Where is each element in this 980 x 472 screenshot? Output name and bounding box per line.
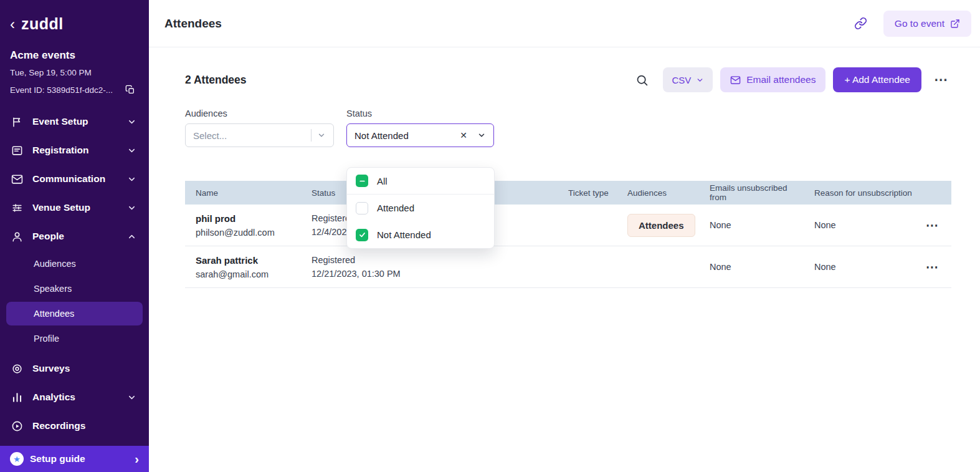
checkbox-checked-icon[interactable] [356, 229, 368, 241]
col-ticket-type: Ticket type [558, 188, 617, 198]
audiences-select[interactable]: Select... [185, 123, 334, 147]
chevron-up-icon [127, 232, 136, 241]
col-emails-unsubscribed: Emails unsubscribed from [699, 183, 804, 202]
audiences-placeholder: Select... [193, 130, 227, 141]
table-row: phil prod philson@zuddl.com Registered 1… [185, 205, 951, 246]
main-area: Attendees Go to event 2 Attendees CSV [149, 0, 980, 472]
page-title: Attendees [164, 17, 222, 31]
surveys-icon [11, 363, 23, 375]
link-icon[interactable] [854, 17, 867, 30]
table-header-row: Name Status Ticket type Audiences Emails… [185, 181, 951, 205]
setup-guide-label: Setup guide [30, 453, 128, 465]
audience-badge[interactable]: Attendees [627, 214, 695, 237]
logo-row: ‹ zuddl [0, 0, 149, 33]
attendees-table: Name Status Ticket type Audiences Emails… [185, 181, 951, 288]
attendee-email: sarah@gmail.com [196, 269, 301, 279]
clear-icon[interactable]: ✕ [460, 130, 467, 140]
sidebar-item-people[interactable]: People [0, 222, 149, 251]
search-icon[interactable] [635, 72, 650, 87]
table-row: Sarah pattrick sarah@gmail.com Registere… [185, 246, 951, 288]
event-id-row: Event ID: 5389d51f-ddc2-... [0, 85, 149, 95]
add-attendee-button[interactable]: + Add Attendee [833, 67, 921, 92]
sidebar-item-label: Event Setup [32, 116, 127, 127]
event-name: Acme events [0, 49, 149, 62]
sidebar-item-registration[interactable]: Registration [0, 136, 149, 165]
sidebar-item-audiences[interactable]: Audiences [6, 252, 143, 276]
people-icon [11, 231, 23, 243]
sidebar-item-surveys[interactable]: Surveys [0, 354, 149, 383]
reason-cell: None [804, 262, 914, 272]
chevron-down-icon [317, 131, 326, 140]
sidebar-item-communication[interactable]: Communication [0, 165, 149, 193]
event-setup-icon [11, 116, 23, 128]
col-reason: Reason for unsubscription [804, 188, 914, 198]
recordings-icon [11, 420, 23, 432]
row-more-icon[interactable]: ⋯ [926, 259, 940, 274]
go-to-event-label: Go to event [895, 18, 944, 29]
communication-icon [11, 173, 23, 185]
sidebar-item-label: Analytics [32, 392, 127, 403]
attendee-status: Registered [312, 255, 558, 265]
attendee-name: phil prod [196, 213, 301, 224]
sub-item-label: Audiences [34, 259, 76, 269]
sub-item-label: Speakers [34, 284, 72, 294]
event-id: Event ID: 5389d51f-ddc2-... [10, 85, 113, 95]
status-dropdown-menu: All Attended Not Attended [346, 167, 495, 249]
audiences-filter-label: Audiences [185, 108, 334, 118]
copy-icon[interactable] [125, 85, 135, 95]
status-option-not-attended[interactable]: Not Attended [347, 221, 494, 248]
sub-item-label: Attendees [34, 309, 74, 319]
status-option-attended[interactable]: Attended [347, 195, 494, 221]
chevron-down-icon [127, 175, 136, 184]
sidebar-item-label: Recordings [32, 420, 136, 431]
emails-unsubscribed-cell: None [699, 262, 804, 272]
add-attendee-label: + Add Attendee [844, 74, 910, 85]
chevron-down-icon [127, 203, 136, 213]
page-header: Attendees Go to event [149, 0, 980, 47]
attendee-name: Sarah pattrick [196, 255, 301, 266]
checkbox-unchecked-icon[interactable] [356, 202, 368, 214]
row-more-icon[interactable]: ⋯ [926, 218, 940, 233]
sidebar-item-speakers[interactable]: Speakers [6, 277, 143, 301]
csv-export-button[interactable]: CSV [663, 67, 713, 92]
venue-setup-icon [11, 202, 23, 214]
col-audiences: Audiences [617, 188, 699, 198]
sidebar-item-venue-setup[interactable]: Venue Setup [0, 193, 149, 222]
registration-icon [11, 145, 23, 157]
email-attendees-label: Email attendees [746, 74, 816, 85]
col-name: Name [185, 188, 301, 198]
sidebar-nav: Event Setup Registration Communication V… [0, 107, 149, 440]
toolbar-more-icon[interactable]: ⋯ [931, 72, 951, 88]
chevron-right-icon: › [135, 452, 139, 466]
sidebar-item-analytics[interactable]: Analytics [0, 383, 149, 412]
attendee-email: philson@zuddl.com [196, 228, 301, 238]
chevron-down-icon [127, 393, 136, 402]
sidebar-item-profile[interactable]: Profile [6, 327, 143, 350]
setup-guide-button[interactable]: ★ Setup guide › [0, 446, 149, 472]
chevron-down-icon[interactable] [477, 131, 486, 140]
status-option-label: All [377, 176, 388, 186]
sub-item-label: Profile [34, 334, 59, 344]
sidebar-item-label: People [32, 231, 127, 242]
email-attendees-button[interactable]: Email attendees [720, 67, 825, 92]
registered-date: 12/21/2023, 01:30 PM [312, 269, 558, 279]
sidebar-item-attendees[interactable]: Attendees [6, 302, 143, 325]
status-select[interactable]: Not Attended ✕ [346, 123, 494, 147]
external-link-icon [950, 19, 960, 29]
sidebar-item-label: Surveys [32, 363, 136, 374]
status-option-all[interactable]: All [347, 168, 494, 195]
sidebar-item-event-setup[interactable]: Event Setup [0, 107, 149, 136]
sidebar-item-recordings[interactable]: Recordings [0, 412, 149, 440]
people-sub-list: Audiences Speakers Attendees Profile [0, 252, 149, 350]
chevron-down-icon [127, 117, 136, 127]
status-filter-label: Status [346, 108, 494, 118]
chevron-down-icon [127, 146, 136, 155]
sidebar-item-label: Communication [32, 173, 127, 185]
sidebar: ‹ zuddl Acme events Tue, Sep 19, 5:00 PM… [0, 0, 149, 472]
chevron-down-icon [696, 76, 704, 84]
reason-cell: None [804, 220, 914, 230]
go-to-event-button[interactable]: Go to event [883, 11, 971, 37]
attendee-count: 2 Attendees [185, 74, 247, 87]
checkbox-indeterminate-icon[interactable] [356, 175, 368, 187]
back-chevron-icon[interactable]: ‹ [10, 17, 15, 32]
